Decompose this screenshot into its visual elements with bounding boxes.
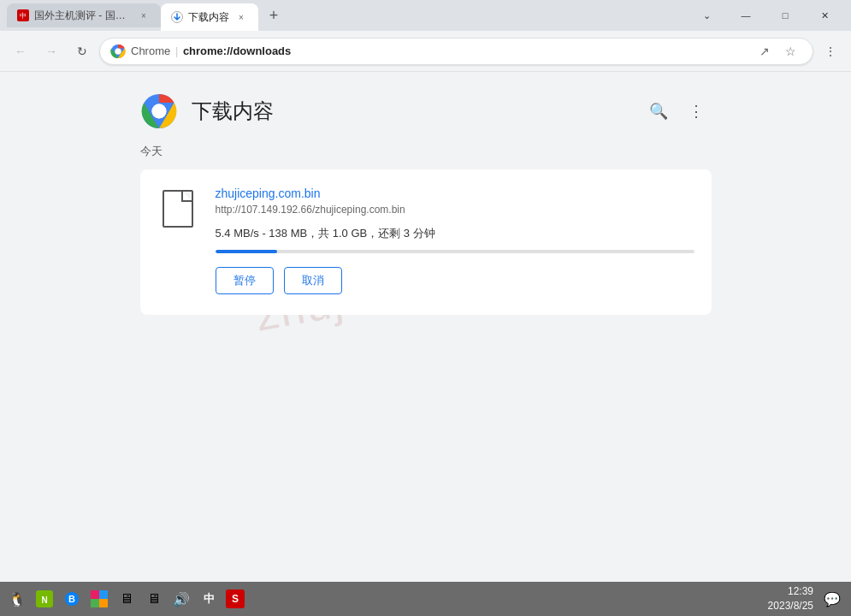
page-menu-button[interactable]: ⋮ [681, 96, 712, 127]
page-header-right: 🔍 ⋮ [643, 96, 712, 127]
section-label: 今天 [140, 144, 712, 159]
page-header-left: 下载内容 [140, 92, 274, 130]
taskbar: 🐧 N B 🖥 🖥 🔊 中 S 12:39 2023/8/25 💬 [0, 582, 851, 616]
address-bar[interactable]: Chrome | chrome://downloads ↗ ☆ [99, 38, 813, 65]
svg-rect-14 [99, 599, 108, 607]
download-tab-icon [171, 11, 183, 23]
search-button[interactable]: 🔍 [643, 96, 674, 127]
tab-inactive[interactable]: 中 国外主机测评 - 国外VPS... × [7, 3, 161, 27]
chrome-logo [140, 92, 178, 130]
browser-menu-button[interactable]: ⋮ [817, 38, 844, 65]
taskbar-icon-nvidia[interactable]: N [34, 589, 55, 609]
taskbar-icon-color[interactable] [89, 589, 109, 609]
address-separator: | [175, 44, 181, 57]
file-icon [163, 190, 193, 228]
taskbar-time: 12:39 [768, 584, 813, 599]
taskbar-icon-display1[interactable]: 🖥 [116, 589, 137, 609]
address-chrome-label: Chrome [131, 44, 170, 57]
taskbar-icon-penguin[interactable]: 🐧 [7, 589, 27, 609]
page-title: 下载内容 [192, 98, 274, 125]
svg-rect-11 [91, 590, 99, 599]
address-url: chrome://downloads [183, 44, 291, 57]
cancel-button[interactable]: 取消 [284, 267, 342, 294]
taskbar-icon-wps[interactable]: S [226, 589, 245, 608]
window-controls: ⌄ — □ ✕ [687, 0, 844, 31]
page-inner: 下载内容 🔍 ⋮ 今天 zhujiceping.com.bin http://1… [127, 72, 725, 335]
page-content: zhujiceping.com 下载内容 🔍 ⋮ [0, 72, 851, 582]
taskbar-clock: 12:39 2023/8/25 [768, 584, 813, 613]
download-status: 5.4 MB/s - 138 MB，共 1.0 GB，还剩 3 分钟 [216, 226, 694, 241]
svg-point-6 [151, 104, 166, 119]
window-minimize-button[interactable]: — [726, 0, 765, 31]
bookmark-button[interactable]: ☆ [778, 39, 802, 63]
taskbar-icon-volume[interactable]: 🔊 [171, 589, 192, 609]
taskbar-icon-input[interactable]: 中 [198, 589, 219, 609]
chrome-icon [110, 44, 126, 59]
refresh-button[interactable]: ↻ [68, 38, 96, 65]
tab-active[interactable]: 下载内容 × [161, 3, 258, 31]
taskbar-icon-display2[interactable]: 🖥 [144, 589, 164, 609]
favicon-inactive: 中 [17, 9, 29, 21]
back-button[interactable]: ← [7, 38, 34, 65]
svg-rect-12 [99, 590, 108, 599]
download-actions: 暂停 取消 [216, 267, 694, 294]
taskbar-icon-bluetooth[interactable]: B [62, 589, 82, 609]
download-filename[interactable]: zhujiceping.com.bin [216, 187, 694, 200]
tab-inactive-close[interactable]: × [137, 9, 151, 22]
forward-button[interactable]: → [38, 38, 65, 65]
svg-point-3 [115, 48, 121, 54]
tab-inactive-label: 国外主机测评 - 国外VPS... [34, 9, 132, 23]
taskbar-date: 2023/8/25 [768, 599, 813, 613]
window-maximize-button[interactable]: □ [765, 0, 805, 31]
file-icon-wrap [157, 187, 198, 238]
share-button[interactable]: ↗ [753, 39, 777, 63]
progress-bar-fill [216, 250, 278, 253]
navigation-bar: ← → ↻ Chrome | chrome://downloads ↗ ☆ ⋮ [0, 31, 851, 72]
address-actions: ↗ ☆ [753, 39, 802, 63]
svg-text:B: B [68, 594, 75, 604]
window-restore-icon[interactable]: ⌄ [687, 0, 726, 31]
title-bar: 中 国外主机测评 - 国外VPS... × 下载内容 × + ⌄ — □ ✕ [0, 0, 851, 31]
progress-bar [216, 250, 694, 253]
tab-active-label: 下载内容 [188, 10, 229, 25]
notification-button[interactable]: 💬 [820, 587, 844, 611]
svg-text:N: N [41, 595, 47, 605]
nav-right: ⋮ [817, 38, 844, 65]
download-url: http://107.149.192.66/zhujiceping.com.bi… [216, 204, 694, 216]
svg-rect-13 [91, 599, 99, 607]
address-text: Chrome | chrome://downloads [131, 44, 748, 57]
new-tab-button[interactable]: + [262, 3, 286, 27]
pause-button[interactable]: 暂停 [216, 267, 274, 294]
download-card: zhujiceping.com.bin http://107.149.192.6… [140, 169, 712, 315]
download-info: zhujiceping.com.bin http://107.149.192.6… [216, 187, 694, 294]
page-header: 下载内容 🔍 ⋮ [140, 92, 712, 130]
window-close-button[interactable]: ✕ [805, 0, 844, 31]
tab-active-close[interactable]: × [234, 10, 248, 24]
